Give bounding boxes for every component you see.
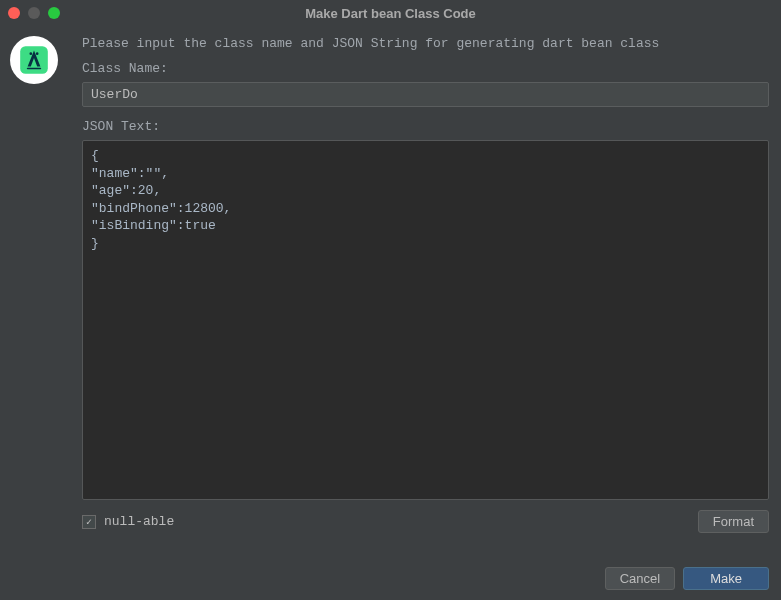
nullable-label: null-able	[104, 514, 174, 529]
make-button[interactable]: Make	[683, 567, 769, 590]
titlebar: Make Dart bean Class Code	[0, 0, 781, 26]
minimize-window-button[interactable]	[28, 7, 40, 19]
close-window-button[interactable]	[8, 7, 20, 19]
nullable-checkbox-wrap[interactable]: ✓ null-able	[82, 514, 174, 529]
cancel-button[interactable]: Cancel	[605, 567, 675, 590]
svg-point-2	[36, 52, 39, 55]
dialog-content: Please input the class name and JSON Str…	[0, 26, 781, 600]
json-text-label: JSON Text:	[82, 119, 769, 134]
form-column: Please input the class name and JSON Str…	[72, 26, 781, 600]
format-button[interactable]: Format	[698, 510, 769, 533]
options-row: ✓ null-able Format	[82, 510, 769, 533]
nullable-checkbox[interactable]: ✓	[82, 515, 96, 529]
traffic-lights	[8, 7, 60, 19]
android-studio-icon	[10, 36, 58, 84]
class-name-input[interactable]	[82, 82, 769, 107]
svg-rect-0	[20, 46, 48, 74]
icon-column	[0, 26, 72, 600]
window-title: Make Dart bean Class Code	[305, 6, 476, 21]
class-name-label: Class Name:	[82, 61, 769, 76]
maximize-window-button[interactable]	[48, 7, 60, 19]
json-text-input[interactable]	[82, 140, 769, 500]
svg-point-1	[29, 52, 32, 55]
instruction-text: Please input the class name and JSON Str…	[82, 36, 769, 51]
action-row: Cancel Make	[82, 567, 769, 590]
